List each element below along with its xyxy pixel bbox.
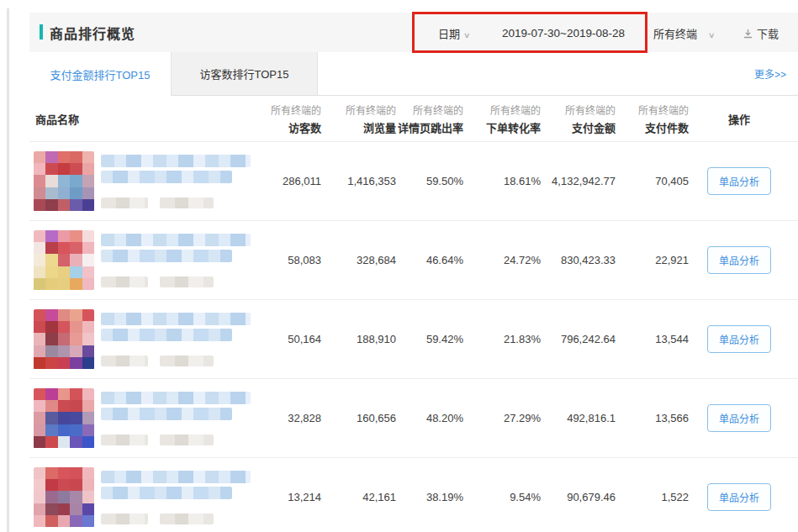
cell-detail-bounce-rate: 46.64% [396,254,463,266]
product-thumbnail[interactable] [34,151,94,212]
title-accent-bar [40,24,43,40]
table-row: 13,214 42,161 38.19% 9.54% 90,679.46 1,5… [29,458,798,532]
cell-payment-amount: 830,423.33 [541,254,616,266]
single-item-analysis-button[interactable]: 单品分析 [707,483,771,511]
blurred-subinfo-line [101,356,252,366]
cell-order-conversion-rate: 27.29% [463,412,541,424]
cell-order-conversion-rate: 9.54% [463,491,541,503]
product-thumbnail[interactable] [34,388,94,449]
blurred-subinfo-line [101,514,252,524]
blurred-title-line-1 [101,313,251,325]
cell-visitors: 286,011 [252,175,321,187]
tab-bar-filler: 更多>> [318,52,798,96]
cell-detail-bounce-rate: 59.50% [396,175,463,187]
product-thumbnail[interactable] [34,230,94,291]
tab-payment-amount-ranking[interactable]: 支付金额排行TOP15 [29,52,171,96]
chevron-down-icon: ∨ [708,30,716,39]
cell-pageviews: 160,656 [321,412,396,424]
chevron-down-icon: ∨ [463,30,471,39]
column-header-metric-4: 所有终端的支付金额 [541,103,616,135]
blurred-subinfo-line [101,198,252,208]
column-header-product-name: 商品名称 [29,111,252,127]
cell-visitors: 32,828 [252,412,321,424]
tab-bar: 支付金额排行TOP15 访客数排行TOP15 更多>> [29,52,798,96]
blurred-title-line-2 [101,329,232,341]
blurred-title-line-2 [101,487,232,499]
product-name-cell [29,388,252,449]
cell-payment-item-count: 13,566 [616,412,689,424]
column-header-metric-1: 所有终端的浏览量 [321,103,396,135]
page-title: 商品排行概览 [50,23,135,43]
product-thumbnail[interactable] [34,309,94,370]
single-item-analysis-button[interactable]: 单品分析 [707,167,771,195]
cell-order-conversion-rate: 18.61% [463,175,541,187]
cell-visitors: 58,083 [252,254,321,266]
blurred-title-line-1 [101,471,251,483]
product-name-cell [29,151,252,212]
cell-payment-amount: 90,679.46 [541,491,616,503]
column-header-action: 操作 [689,111,790,127]
cell-payment-item-count: 1,522 [616,491,689,503]
cell-payment-item-count: 22,921 [616,254,689,266]
blurred-title-line-2 [101,171,232,183]
table-header-row: 商品名称 所有终端的访客数所有终端的浏览量所有终端的详情页跳出率所有终端的下单转… [29,96,798,142]
product-thumbnail[interactable] [34,467,94,528]
cell-detail-bounce-rate: 38.19% [396,491,463,503]
page-left-divider [7,8,9,532]
product-name-cell [29,230,252,291]
cell-pageviews: 42,161 [321,491,396,503]
product-name-blurred [101,155,252,208]
cell-detail-bounce-rate: 48.20% [396,412,463,424]
cell-visitors: 13,214 [252,491,321,503]
product-name-blurred [101,313,252,366]
download-icon [743,28,753,39]
product-name-blurred [101,392,252,445]
cell-payment-item-count: 13,544 [616,333,689,345]
cell-visitors: 50,164 [252,333,321,345]
cell-payment-amount: 4,132,942.77 [541,175,616,187]
cell-pageviews: 188,910 [321,333,396,345]
cell-payment-amount: 796,242.64 [541,333,616,345]
terminal-filter-dropdown[interactable]: 所有终端∨ [653,24,715,40]
cell-payment-amount: 492,816.1 [541,412,616,424]
product-ranking-panel: 商品排行概览 日期∨ 2019-07-30~2019-08-28 所有终端∨ 下… [29,13,798,532]
blurred-subinfo-line [101,435,252,445]
single-item-analysis-button[interactable]: 单品分析 [707,325,771,353]
product-name-blurred [101,471,252,524]
blurred-title-line-1 [101,392,251,404]
single-item-analysis-button[interactable]: 单品分析 [707,404,771,432]
cell-pageviews: 1,416,353 [321,175,396,187]
cell-order-conversion-rate: 24.72% [463,254,541,266]
cell-detail-bounce-rate: 59.42% [396,333,463,345]
blurred-title-line-1 [101,234,251,246]
table-body: 286,011 1,416,353 59.50% 18.61% 4,132,94… [29,142,798,532]
table-row: 58,083 328,684 46.64% 24.72% 830,423.33 … [29,221,798,300]
more-link[interactable]: 更多>> [754,66,786,81]
column-header-metric-5: 所有终端的支付件数 [616,103,689,135]
column-header-metric-3: 所有终端的下单转化率 [463,103,541,135]
table-row: 286,011 1,416,353 59.50% 18.61% 4,132,94… [29,142,798,221]
download-button[interactable]: 下载 [743,24,779,40]
date-range-value[interactable]: 2019-07-30~2019-08-28 [502,26,625,39]
column-header-metric-0: 所有终端的访客数 [252,103,321,135]
single-item-analysis-button[interactable]: 单品分析 [707,246,771,274]
product-name-cell [29,467,252,528]
terminal-filter-value: 所有终端 [653,27,697,40]
blurred-title-line-2 [101,408,232,420]
date-filter-dropdown[interactable]: 日期∨ [438,24,470,40]
column-header-metric-2: 所有终端的详情页跳出率 [396,103,463,135]
table-row: 50,164 188,910 59.42% 21.83% 796,242.64 … [29,300,798,379]
cell-payment-item-count: 70,405 [616,175,689,187]
cell-order-conversion-rate: 21.83% [463,333,541,345]
product-name-blurred [101,234,252,287]
download-label: 下载 [757,27,779,40]
product-name-cell [29,309,252,370]
table-row: 32,828 160,656 48.20% 27.29% 492,816.1 1… [29,379,798,458]
cell-pageviews: 328,684 [321,254,396,266]
tab-visitor-count-ranking[interactable]: 访客数排行TOP15 [171,52,318,96]
date-filter-label: 日期 [438,27,460,40]
blurred-title-line-2 [101,250,232,262]
panel-header: 商品排行概览 日期∨ 2019-07-30~2019-08-28 所有终端∨ 下… [29,13,798,52]
blurred-subinfo-line [101,277,252,287]
blurred-title-line-1 [101,155,251,167]
